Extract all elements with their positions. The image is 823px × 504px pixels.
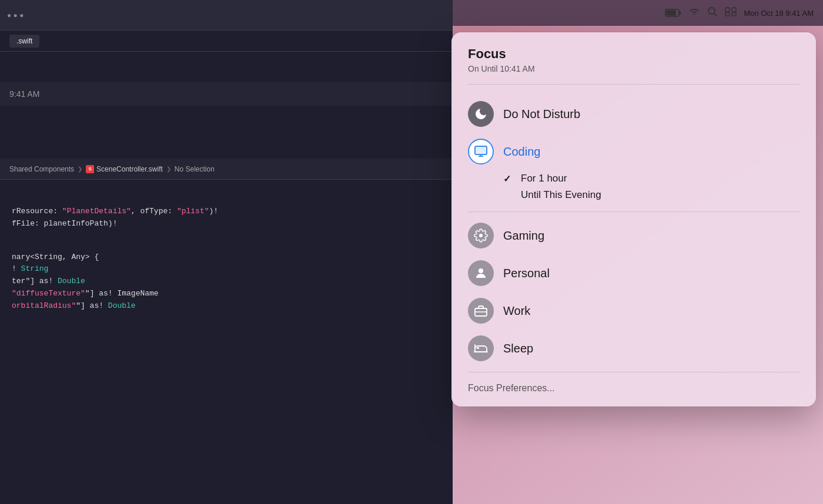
breadcrumb-filename: SceneController.swift xyxy=(96,165,163,173)
swift-file-icon: S xyxy=(86,165,94,173)
coding-icon-wrap xyxy=(468,139,494,164)
menu-bar-right: Mon Oct 18 9:41 AM xyxy=(665,6,814,19)
code-line-3: nary<String, Any> { xyxy=(12,251,441,264)
code-line-2: fFile: planetInfoPath)! xyxy=(12,218,441,230)
focus-item-personal[interactable]: Personal xyxy=(468,254,799,292)
sleep-label: Sleep xyxy=(503,342,799,355)
focus-item-work[interactable]: Work xyxy=(468,292,799,330)
xcode-time-area: 9:41 AM xyxy=(0,82,453,106)
coding-sub-items: ✓ For 1 hour ✓ Until This Evening xyxy=(468,170,799,207)
code-line-4: ! String xyxy=(12,263,441,275)
check-icon: ✓ xyxy=(503,173,515,184)
xcode-time: 9:41 AM xyxy=(9,89,39,99)
gaming-icon-wrap xyxy=(468,223,494,248)
svg-rect-6 xyxy=(732,8,736,12)
coding-label: Coding xyxy=(503,145,799,159)
personal-icon-wrap xyxy=(468,260,494,286)
gear-icon xyxy=(474,229,488,243)
code-line-7: orbitalRadius""] as! Double xyxy=(12,300,441,313)
svg-point-14 xyxy=(479,268,483,273)
briefcase-icon xyxy=(474,304,488,318)
svg-rect-17 xyxy=(477,347,479,349)
active-tab[interactable]: .swift xyxy=(9,35,39,48)
magnifier-icon xyxy=(707,6,718,17)
focus-item-coding[interactable]: Coding xyxy=(468,133,799,170)
battery-indicator xyxy=(665,9,681,17)
work-label: Work xyxy=(503,304,799,318)
search-icon[interactable] xyxy=(707,6,718,19)
focus-item-gaming[interactable]: Gaming xyxy=(468,217,799,254)
svg-rect-1 xyxy=(680,11,681,15)
control-center-icon[interactable] xyxy=(725,7,737,19)
gaming-label: Gaming xyxy=(503,229,799,243)
for-1-hour-label: For 1 hour xyxy=(521,173,567,184)
monitor-icon xyxy=(474,146,488,157)
xcode-toolbar: ● ● ● xyxy=(0,0,453,31)
bed-icon xyxy=(473,341,489,355)
sleep-icon-wrap xyxy=(468,335,494,361)
coding-until-evening[interactable]: ✓ Until This Evening xyxy=(503,187,799,203)
code-line-5: ter"] as! Double xyxy=(12,275,441,288)
focus-header: Focus On Until 10:41 AM xyxy=(468,46,799,85)
svg-rect-2 xyxy=(667,11,676,16)
focus-subtitle: On Until 10:41 AM xyxy=(468,64,799,73)
focus-title: Focus xyxy=(468,46,799,62)
divider-1 xyxy=(468,211,799,212)
xcode-tab-bar: .swift xyxy=(0,31,453,52)
wifi-symbol xyxy=(688,7,700,16)
breadcrumb-arrow-1: ❯ xyxy=(78,166,82,172)
breadcrumb-selection: No Selection xyxy=(175,165,215,173)
svg-point-13 xyxy=(479,234,483,237)
focus-item-sleep[interactable]: Sleep xyxy=(468,330,799,367)
svg-line-4 xyxy=(714,14,717,16)
wifi-icon xyxy=(688,7,700,19)
coding-for-1-hour[interactable]: ✓ For 1 hour xyxy=(503,170,799,187)
personal-label: Personal xyxy=(503,267,799,280)
do-not-disturb-icon-wrap xyxy=(468,101,494,127)
xcode-breadcrumb: Shared Components ❯ S SceneController.sw… xyxy=(0,159,453,180)
svg-rect-10 xyxy=(475,146,487,154)
breadcrumb-arrow-2: ❯ xyxy=(166,166,171,172)
focus-item-do-not-disturb[interactable]: Do Not Disturb xyxy=(468,95,799,133)
control-center-symbol xyxy=(725,7,737,16)
svg-rect-5 xyxy=(725,8,730,12)
menu-bar: Mon Oct 18 9:41 AM xyxy=(453,0,823,26)
code-line-6: "diffuseTexture""] as! ImageName xyxy=(12,288,441,300)
code-content: rResource: "PlanetDetails", ofType: "pli… xyxy=(0,194,453,324)
breadcrumb-folder: Shared Components xyxy=(9,165,74,173)
menu-bar-time: Mon Oct 18 9:41 AM xyxy=(744,9,814,18)
code-editor: ● ● ● .swift 9:41 AM Shared Components ❯… xyxy=(0,0,453,504)
svg-rect-7 xyxy=(725,12,730,16)
battery-icon xyxy=(665,9,681,17)
work-icon-wrap xyxy=(468,298,494,324)
code-blank-1 xyxy=(12,230,441,251)
do-not-disturb-label: Do Not Disturb xyxy=(503,107,799,121)
moon-icon xyxy=(474,107,488,121)
focus-panel: Focus On Until 10:41 AM Do Not Disturb C… xyxy=(451,32,816,406)
svg-rect-8 xyxy=(732,12,736,16)
until-evening-label: Until This Evening xyxy=(521,189,601,201)
breadcrumb-file-item: S SceneController.swift xyxy=(86,165,163,173)
focus-preferences-link[interactable]: Focus Preferences... xyxy=(468,377,799,395)
person-icon xyxy=(474,266,488,280)
code-line-1: rResource: "PlanetDetails", ofType: "pli… xyxy=(12,206,441,218)
divider-2 xyxy=(468,372,799,372)
